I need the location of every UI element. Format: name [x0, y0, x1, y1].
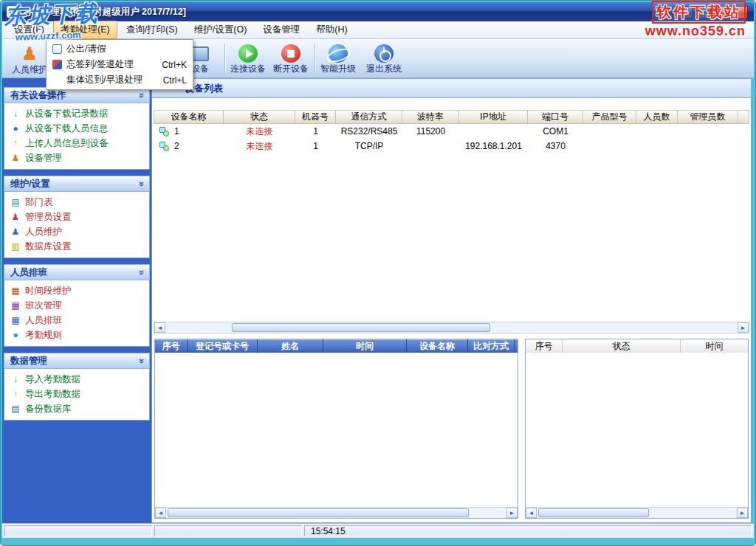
- toolbar-button-smart-upgrade[interactable]: 智能升级: [317, 43, 360, 77]
- sidebar-item-time-period-maintain[interactable]: ▦ 时间段维护: [4, 283, 149, 298]
- menu-item-forgot-sign[interactable]: 忘签到/签退处理 Ctrl+K: [47, 57, 193, 72]
- sidebar-item-label: 人员排班: [25, 314, 62, 327]
- column-header[interactable]: 产品型号: [583, 110, 636, 124]
- column-header[interactable]: 端口号: [528, 110, 583, 124]
- horizontal-scrollbar[interactable]: ◄ ►: [526, 507, 748, 518]
- table-row[interactable]: 2 未连接 1 TCP/IP 192.168.1.201 4370: [154, 139, 749, 153]
- comm-mode: RS232/RS485: [336, 126, 402, 136]
- collapse-chevron-icon[interactable]: «: [135, 181, 146, 186]
- maximize-button[interactable]: □: [695, 6, 715, 18]
- menu-device-management[interactable]: 设备管理: [255, 21, 307, 39]
- scroll-thumb[interactable]: [232, 323, 490, 332]
- upload-arrow-icon: ↑: [10, 138, 21, 148]
- column-header[interactable]: 序号: [526, 339, 563, 353]
- record-panel: 序号 登记号或卡号 姓名 时间 设备名称 比对方式 ◄ ►: [154, 339, 518, 519]
- sidebar-item-upload-person-info[interactable]: ↑ 上传人员信息到设备: [4, 136, 149, 151]
- sidebar-item-download-person-info[interactable]: ● 从设备下载人员信息: [4, 121, 149, 136]
- leave-note-icon: [52, 44, 62, 54]
- scroll-left-button[interactable]: ◄: [155, 508, 166, 518]
- column-header[interactable]: 波特率: [402, 110, 459, 124]
- scroll-left-button[interactable]: ◄: [526, 508, 537, 518]
- sidebar-item-device-management[interactable]: ♟ 设备管理: [4, 151, 149, 165]
- section-title: 有关设备操作: [10, 89, 66, 102]
- menu-settings[interactable]: 设置(F): [7, 21, 52, 39]
- menu-maintenance-settings[interactable]: 维护/设置(O): [187, 21, 255, 39]
- menu-attendance-processing[interactable]: 考勤处理(E): [53, 21, 117, 39]
- scroll-thumb[interactable]: [168, 508, 469, 517]
- column-header[interactable]: 比对方式: [468, 339, 515, 353]
- collapse-chevron-icon[interactable]: «: [135, 92, 146, 97]
- device-table-header: 设备名称 状态 机器号 通信方式 波特率 IP地址 端口号 产品型号 人员数 管…: [154, 110, 749, 124]
- clock-icon: ●: [10, 123, 21, 134]
- toolbar-button-disconnect-device[interactable]: 断开设备: [269, 43, 312, 77]
- column-header[interactable]: 状态: [563, 339, 681, 353]
- sidebar-section-header-data-management[interactable]: 数据管理 «: [4, 353, 150, 369]
- sidebar-section-header-maintenance[interactable]: 维护/设置 «: [4, 176, 150, 192]
- column-header[interactable]: 登记号或卡号: [188, 339, 258, 353]
- sidebar-item-database-settings[interactable]: ▥ 数据库设置: [4, 239, 149, 254]
- scroll-right-button[interactable]: ►: [506, 508, 518, 518]
- sidebar-section-header-scheduling[interactable]: 人员排班 «: [4, 264, 150, 280]
- menu-shortcut: Ctrl+K: [162, 60, 187, 70]
- scroll-right-button[interactable]: ►: [738, 322, 749, 333]
- horizontal-scrollbar[interactable]: ◄ ►: [154, 322, 749, 334]
- sidebar-item-backup-database[interactable]: ▤ 备份数据库: [4, 401, 149, 416]
- section-title: 维护/设置: [10, 178, 49, 190]
- sidebar-item-label: 数据库设置: [25, 241, 72, 253]
- menu-item-label: 集体迟到/早退处理: [66, 74, 142, 86]
- column-header[interactable]: 时间: [323, 339, 407, 353]
- column-header[interactable]: 状态: [224, 110, 295, 124]
- toolbar-button-label: 退出系统: [366, 63, 402, 75]
- column-header[interactable]: 设备名称: [154, 110, 224, 124]
- scroll-track[interactable]: [166, 508, 506, 518]
- sidebar-item-export-attendance-data[interactable]: ↑ 导出考勤数据: [4, 387, 149, 401]
- collapse-chevron-icon[interactable]: «: [135, 269, 146, 274]
- sidebar-item-import-attendance-data[interactable]: ↓ 导入考勤数据: [4, 372, 149, 387]
- menu-help[interactable]: 帮助(H): [309, 21, 354, 39]
- scroll-track[interactable]: [537, 508, 737, 518]
- sidebar-item-label: 考勤规则: [25, 329, 62, 342]
- sidebar-item-label: 管理员设置: [25, 211, 72, 224]
- column-header[interactable]: IP地址: [459, 110, 528, 124]
- collapse-chevron-icon[interactable]: «: [135, 358, 146, 363]
- column-header[interactable]: 通信方式: [336, 110, 402, 124]
- statusbar-section: [154, 525, 302, 536]
- column-header[interactable]: 时间: [681, 339, 748, 353]
- column-header[interactable]: 管理员数: [678, 110, 738, 124]
- close-button[interactable]: ×: [717, 6, 748, 18]
- menu-item-leave-request[interactable]: 公出/请假: [47, 41, 193, 57]
- sidebar-item-department-table[interactable]: ▤ 部门表: [4, 195, 149, 210]
- scroll-thumb[interactable]: [538, 508, 649, 517]
- scroll-left-button[interactable]: ◄: [154, 322, 165, 333]
- device-monitor-icon: [191, 46, 209, 61]
- horizontal-scrollbar[interactable]: ◄ ►: [155, 507, 518, 518]
- device-link-icon: [159, 142, 169, 151]
- column-header[interactable]: 机器号: [295, 110, 336, 124]
- sidebar-item-shift-management[interactable]: ▦ 班次管理: [4, 298, 149, 313]
- device-name: 1: [174, 126, 179, 136]
- sidebar-item-person-scheduling[interactable]: ▦ 人员排班: [4, 313, 149, 328]
- title-bar[interactable]: ↩ 考勤管理程序 [临时超级用户 2017/7/12] – □ ×: [2, 2, 754, 21]
- sidebar-item-person-maintain[interactable]: ♟ 人员维护: [4, 224, 149, 239]
- toolbar-button-exit-system[interactable]: 退出系统: [362, 43, 405, 77]
- column-header[interactable]: 序号: [155, 339, 188, 353]
- scroll-right-button[interactable]: ►: [737, 508, 748, 518]
- toolbar-separator: [315, 44, 315, 73]
- sidebar-item-label: 导出考勤数据: [25, 388, 80, 401]
- column-header[interactable]: 设备名称: [407, 339, 468, 353]
- scroll-track[interactable]: [165, 322, 738, 333]
- toolbar-button-connect-device[interactable]: 连接设备: [227, 43, 269, 77]
- minimize-button[interactable]: –: [673, 6, 693, 18]
- menu-query-print[interactable]: 查询/打印(S): [119, 21, 185, 39]
- status-panel: 序号 状态 时间 ◄ ►: [525, 339, 749, 519]
- sidebar-item-attendance-rules[interactable]: ● 考勤规则: [4, 328, 149, 342]
- sidebar-item-label: 导入考勤数据: [25, 373, 80, 386]
- menu-item-group-late-early[interactable]: 集体迟到/早退处理 Ctrl+L: [47, 72, 193, 88]
- sidebar-item-label: 从设备下载记录数据: [25, 108, 109, 120]
- sidebar-item-admin-settings[interactable]: ♟ 管理员设置: [4, 210, 149, 224]
- window-controls: – □ ×: [673, 6, 748, 18]
- column-header[interactable]: 姓名: [258, 339, 323, 353]
- column-header[interactable]: 人员数: [636, 110, 678, 124]
- sidebar-item-download-records[interactable]: ↓ 从设备下载记录数据: [4, 106, 149, 121]
- table-row[interactable]: 1 未连接 1 RS232/RS485 115200 COM1: [154, 124, 749, 139]
